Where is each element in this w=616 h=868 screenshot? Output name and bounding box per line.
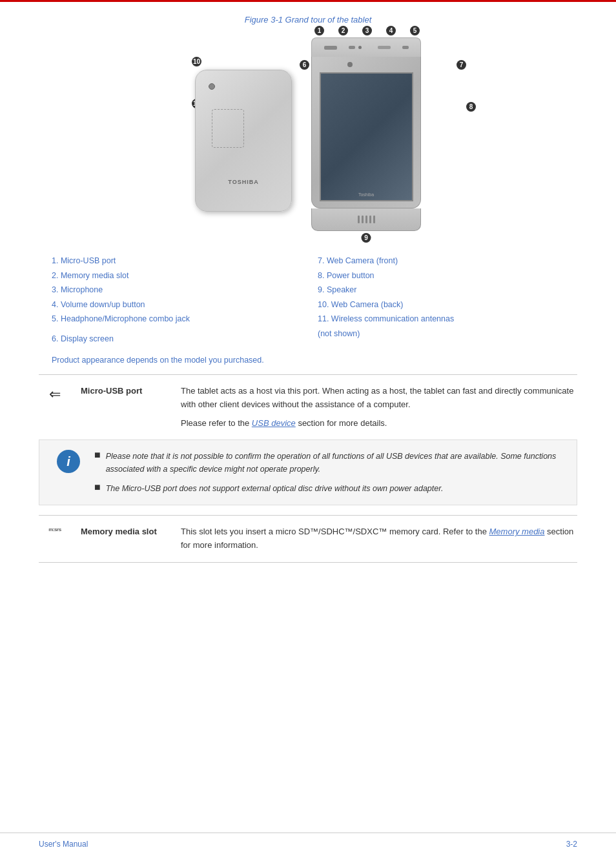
product-note: Product appearance depends on the model … [39, 356, 577, 365]
memory-media-link[interactable]: Memory media [489, 527, 545, 536]
micro-usb-desc-1: The tablet acts as a host via this port.… [181, 385, 577, 412]
micro-usb-section: ⇐ Micro-USB port The tablet acts as a ho… [39, 374, 577, 439]
figure-title: Figure 3-1 Grand tour of the tablet [39, 15, 577, 25]
info-icon: i [57, 450, 80, 473]
note-text-1: Please note that it is not possible to c… [106, 450, 564, 476]
microsd-icon: m:srs [48, 527, 61, 533]
volume-visual [378, 46, 391, 49]
footer-right: 3-2 [566, 840, 577, 849]
right-labels-list: 7. Web Camera (front) 8. Power button 9.… [318, 254, 564, 341]
badge-8: 8 [466, 102, 476, 112]
label-item-6: 6. Display screen [52, 332, 298, 347]
memory-media-label: Memory media slot [81, 525, 171, 536]
micro-usb-desc-2: Please refer to the USB device section f… [181, 417, 577, 430]
note-box: i ■ Please note that it is not possible … [39, 439, 577, 505]
label-item-4: 4. Volume down/up button [52, 298, 298, 312]
page-footer: User's Manual 3-2 [0, 833, 616, 855]
badge-6: 6 [300, 60, 309, 70]
note-icon-area: i [52, 450, 85, 473]
label-item-7: 7. Web Camera (front) [318, 254, 564, 268]
left-labels-list: 1. Micro-USB port 2. Memory media slot 3… [52, 254, 298, 346]
usb-port-visual [324, 46, 337, 50]
label-item-11b: (not shown) [318, 327, 564, 341]
badge-2: 2 [338, 26, 348, 35]
memory-slot-visual [349, 46, 355, 49]
note-item-1: ■ Please note that it is not possible to… [94, 450, 564, 476]
tablet-front-view: 1 2 3 4 5 6 7 [311, 37, 421, 231]
badge-9: 9 [362, 233, 371, 243]
memory-media-icon: m:srs [39, 525, 71, 533]
labels-left-col: 1. Micro-USB port 2. Memory media slot 3… [52, 254, 298, 346]
badge-7: 7 [457, 60, 466, 70]
micro-usb-label: Micro-USB port [81, 385, 171, 396]
speaker-hole-2 [362, 216, 364, 223]
label-item-2: 2. Memory media slot [52, 268, 298, 283]
label-item-10: 10. Web Camera (back) [318, 298, 564, 312]
note-content: ■ Please note that it is not possible to… [94, 450, 564, 495]
memory-media-section: m:srs Memory media slot This slot lets y… [39, 515, 577, 563]
toshiba-screen-logo: Toshiba [358, 192, 374, 197]
speaker-hole-5 [373, 216, 375, 223]
bullet-2: ■ [94, 481, 101, 493]
note-text-2: The Micro-USB port does not support exte… [106, 482, 444, 495]
headphone-visual [402, 46, 409, 49]
micro-usb-desc: The tablet acts as a host via this port.… [181, 385, 577, 430]
label-item-1: 1. Micro-USB port [52, 254, 298, 268]
usb-device-link[interactable]: USB device [252, 418, 296, 428]
badge-3: 3 [362, 26, 372, 35]
micro-usb-icon: ⇐ [39, 385, 71, 403]
bullet-1: ■ [94, 449, 101, 461]
back-camera [209, 83, 215, 90]
memory-media-desc: This slot lets you insert a micro SD™/SD… [181, 525, 577, 552]
speaker-grill [358, 216, 375, 223]
label-item-8: 8. Power button [318, 268, 564, 283]
display-screen: Toshiba [320, 72, 413, 201]
labels-area: 1. Micro-USB port 2. Memory media slot 3… [39, 254, 577, 346]
badge-10: 10 [192, 57, 201, 66]
antenna-box [212, 109, 244, 148]
front-camera [347, 62, 353, 67]
mic-dot [358, 46, 362, 49]
badge-4: 4 [386, 26, 396, 35]
label-item-9: 9. Speaker [318, 283, 564, 298]
memory-media-desc-1: This slot lets you insert a micro SD™/SD… [181, 525, 577, 552]
label-item-5: 5. Headphone/Microphone combo jack [52, 312, 298, 327]
tablet-front-body: Toshiba [311, 57, 421, 208]
badge-5: 5 [410, 26, 420, 35]
badge-1: 1 [314, 26, 324, 35]
tablet-back-body: TOSHIBA [195, 70, 292, 212]
speaker-hole-1 [358, 216, 360, 223]
tablet-back-view: 10 11 TOSHIBA [195, 63, 292, 212]
diagram-area: 10 11 TOSHIBA 1 2 3 4 5 [39, 37, 577, 231]
note-item-2: ■ The Micro-USB port does not support ex… [94, 482, 564, 495]
speaker-hole-4 [369, 216, 371, 223]
tablet-top-strip [311, 37, 421, 57]
footer-left: User's Manual [39, 840, 88, 849]
tablet-bottom-strip [311, 208, 421, 231]
label-item-3: 3. Microphone [52, 283, 298, 298]
labels-right-col: 7. Web Camera (front) 8. Power button 9.… [318, 254, 564, 346]
speaker-hole-3 [365, 216, 367, 223]
toshiba-logo-back: TOSHIBA [228, 179, 258, 185]
label-item-11: 11. Wireless communication antennas [318, 312, 564, 327]
